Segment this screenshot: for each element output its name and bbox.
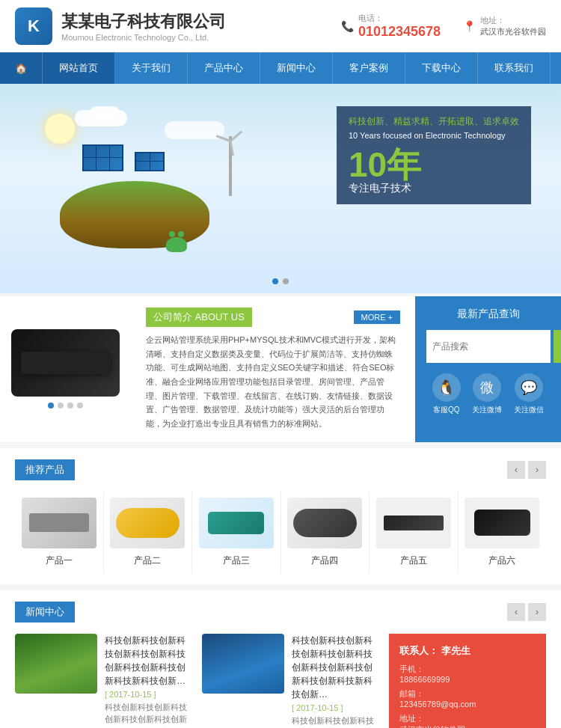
- news-body: 科技创新科技创新科技创新科技创新科技创新科技创新科技创新科技新科技创新… [ 2…: [15, 634, 546, 728]
- product-name-2: 产品二: [107, 554, 189, 567]
- dot-2[interactable]: [283, 278, 289, 284]
- news-title-1[interactable]: 科技创新科技创新科技创新科技创新科技创新科技创新科技创新科技新科技创新…: [105, 634, 191, 688]
- address-value: 武汉市光谷软件园: [480, 26, 546, 37]
- carousel-dot-2[interactable]: [58, 403, 64, 409]
- product-name-5: 产品五: [373, 554, 455, 567]
- contact-name-label: 联系人：: [399, 645, 438, 656]
- hero-text-box: 科技创新、精益求精、开拓进取、追求卓效 10 Years focused on …: [337, 106, 531, 204]
- nav-item-cases[interactable]: 客户案例: [333, 52, 405, 84]
- hero-years-sub: 专注电子技术: [349, 182, 519, 195]
- company-title: 某某电子科技有限公司: [61, 10, 226, 33]
- news-list: 科技创新科技创新科技创新科技创新科技创新科技创新科技创新科技新科技创新… [ 2…: [15, 634, 191, 728]
- contact-card: 联系人： 李先生 手机： 18866669999 邮箱： 123456789@q…: [389, 634, 546, 728]
- search-row: 搜索: [426, 330, 550, 363]
- logo-area: K 某某电子科技有限公司 Moumou Electronic Technolog…: [15, 7, 341, 45]
- nav-item-news[interactable]: 新闻中心: [260, 52, 333, 84]
- weibo-icon: 微: [473, 373, 501, 402]
- nav-item-products[interactable]: 产品中心: [188, 52, 260, 84]
- product-item-5[interactable]: 产品五: [370, 492, 459, 573]
- contact-phone-row: 手机： 18866669999: [399, 664, 536, 684]
- hero-carousel-dots: [272, 278, 289, 284]
- products-nav: ‹ ›: [507, 461, 546, 479]
- about-section-label: 公司简介 ABOUT US: [146, 308, 252, 327]
- contact-qq-value: 123456789@qq.com: [399, 700, 476, 709]
- phone-number[interactable]: 01012345678: [358, 24, 441, 40]
- about-header-row: 公司简介 ABOUT US MORE +: [146, 308, 400, 327]
- product-name-6: 产品六: [462, 554, 544, 567]
- about-text: 企云网站管理系统采用PHP+MYSQL技术和MVC模式进行开发，架构清晰、支持自…: [146, 333, 400, 431]
- news-header: 新闻中心 ‹ ›: [15, 602, 546, 623]
- news-list-2: 科技创新科技创新科技创新科技创新科技创新科技创新科技创新科技创新科技新科技创新……: [202, 634, 378, 728]
- phone-detail: 电话： 01012345678: [358, 13, 441, 40]
- contact-phone-label: 手机：: [399, 664, 424, 673]
- header: K 某某电子科技有限公司 Moumou Electronic Technolog…: [0, 0, 561, 52]
- news-title-3[interactable]: 科技创新科技创新科技创新科技创新科技创新科技创新科技创新科技创新科技新科技创新…: [292, 634, 378, 701]
- header-contacts: 📞 电话： 01012345678 📍 地址： 武汉市光谷软件园: [341, 13, 546, 40]
- main-nav: 🏠 网站首页 关于我们 产品中心 新闻中心 客户案例 下载中心 联系我们: [0, 52, 561, 84]
- product-item-4[interactable]: 产品四: [281, 492, 370, 573]
- products-prev-btn[interactable]: ‹: [507, 461, 525, 479]
- nav-item-contact[interactable]: 联系我们: [478, 52, 551, 84]
- carousel-dot-4[interactable]: [77, 403, 83, 409]
- news-desc-3: 科技创新科技创新科技创新科技创新科技创新科技创新科技创新科技创新科技创新新科技创…: [292, 715, 378, 728]
- nav-item-download[interactable]: 下载中心: [405, 52, 478, 84]
- product-img-6: [465, 498, 539, 548]
- address-detail: 地址： 武汉市光谷软件园: [480, 15, 546, 37]
- wechat-link[interactable]: 💬 关注微信: [514, 373, 544, 415]
- contact-addr-label: 地址：: [399, 714, 424, 723]
- about-more-btn[interactable]: MORE +: [354, 311, 400, 324]
- hero-tagline2: 10 Years focused on Electronic Technolog…: [349, 131, 519, 140]
- location-icon: 📍: [463, 20, 476, 32]
- nav-item-about[interactable]: 关于我们: [115, 52, 188, 84]
- island-base: [60, 181, 209, 248]
- qq-label: 客服QQ: [433, 406, 460, 414]
- product-item-2[interactable]: 产品二: [104, 492, 193, 573]
- carousel-dot-1[interactable]: [48, 403, 54, 409]
- news-nav: ‹ ›: [507, 603, 546, 621]
- hero-illustration: [30, 106, 239, 271]
- product-item-6[interactable]: 产品六: [459, 492, 547, 573]
- news-date-3: [ 2017-10-15 ]: [292, 703, 378, 712]
- search-button[interactable]: 搜索: [554, 330, 561, 363]
- solar-panel-1: [82, 144, 123, 171]
- product-search-input[interactable]: [426, 330, 551, 363]
- hero-banner: 科技创新、精益求精、开拓进取、追求卓效 10 Years focused on …: [0, 84, 561, 293]
- dot-1[interactable]: [272, 278, 278, 284]
- company-name: 某某电子科技有限公司 Moumou Electronic Technology …: [61, 10, 226, 42]
- news-content-1: 科技创新科技创新科技创新科技创新科技创新科技创新科技创新科技新科技创新… [ 2…: [105, 634, 191, 728]
- news-thumb-3: [202, 634, 284, 694]
- product-img-5: [376, 498, 451, 548]
- qq-icon: 🐧: [432, 373, 461, 402]
- address-label: 地址：: [480, 15, 546, 26]
- product-img-4: [287, 498, 362, 548]
- news-section: 新闻中心 ‹ › 科技创新科技创新科技创新科技创新科技创新科技创新科技创新科技新…: [0, 590, 561, 728]
- news-date-1: [ 2017-10-15 ]: [105, 690, 191, 699]
- hero-years: 10年: [349, 147, 519, 182]
- products-header: 推荐产品 ‹ ›: [15, 459, 546, 480]
- product-item-3[interactable]: 产品三: [192, 492, 281, 573]
- sidebar-title: 最新产品查询: [426, 308, 550, 321]
- products-title: 推荐产品: [15, 459, 75, 480]
- contact-info: 联系人： 李先生 手机： 18866669999 邮箱： 123456789@q…: [399, 644, 536, 728]
- phone-label: 电话：: [358, 13, 441, 24]
- product-img-2: [110, 498, 185, 548]
- nav-home[interactable]: 🏠: [0, 52, 43, 84]
- qq-link[interactable]: 🐧 客服QQ: [432, 373, 461, 415]
- wind-turbine: [229, 136, 232, 196]
- news-desc-1: 科技创新科技创新科技创新科技创新科技创新科技创新科技创新科技创新科技创新新科技创…: [105, 701, 191, 728]
- nav-item-home[interactable]: 网站首页: [43, 52, 115, 84]
- news-prev-btn[interactable]: ‹: [507, 603, 525, 621]
- product-item-1[interactable]: 产品一: [15, 492, 104, 573]
- about-carousel: [0, 296, 131, 442]
- home-icon: 🏠: [15, 63, 27, 74]
- products-grid: 产品一 产品二 产品三 产品四 产品五: [15, 492, 546, 573]
- news-next-btn[interactable]: ›: [528, 603, 546, 621]
- weibo-link[interactable]: 微 关注微博: [472, 373, 502, 415]
- wechat-icon: 💬: [515, 373, 543, 402]
- products-next-btn[interactable]: ›: [528, 461, 546, 479]
- weibo-label: 关注微博: [472, 406, 502, 414]
- product-search-sidebar: 最新产品查询 搜索 🐧 客服QQ 微 关注微博 💬 关注微信: [415, 296, 561, 442]
- contact-addr-row: 地址： 武汉市光谷软件园: [399, 713, 536, 728]
- carousel-dot-3[interactable]: [67, 403, 73, 409]
- solar-panel-2: [135, 152, 165, 171]
